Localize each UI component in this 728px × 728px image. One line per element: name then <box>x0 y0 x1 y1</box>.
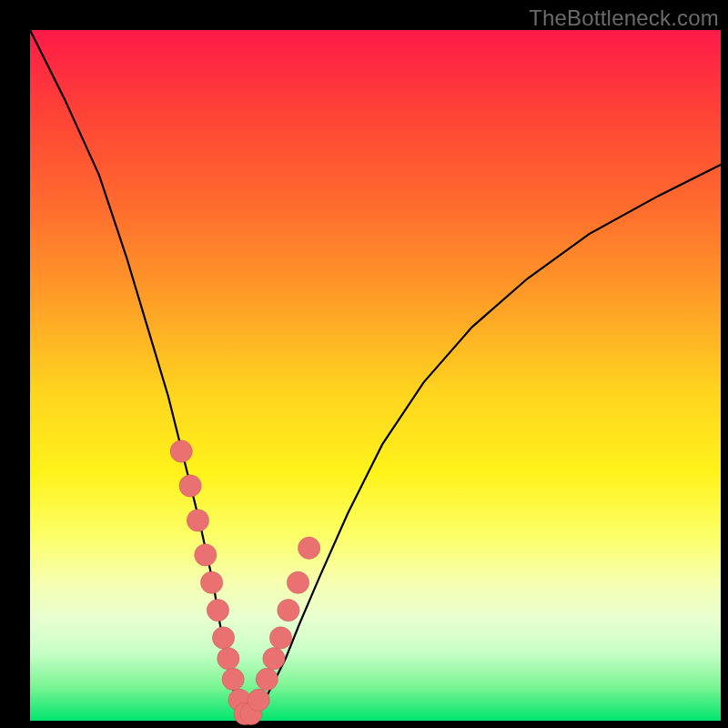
watermark-text: TheBottleneck.com <box>529 5 719 31</box>
sample-dot <box>179 475 201 497</box>
sample-dot <box>256 668 278 690</box>
sample-dot <box>269 627 291 649</box>
sample-dot <box>200 571 222 593</box>
sample-dot <box>195 544 217 566</box>
sample-dot <box>207 599 228 621</box>
sample-dot <box>187 510 208 531</box>
sample-dots-group <box>170 440 320 725</box>
sample-dot <box>222 668 244 690</box>
sample-dot <box>287 571 308 593</box>
bottleneck-curve <box>30 30 721 717</box>
sample-dot <box>212 627 234 649</box>
sample-dot <box>298 537 320 559</box>
sample-dot <box>263 648 285 670</box>
chart-frame: TheBottleneck.com <box>0 0 728 728</box>
sample-dot <box>248 689 269 711</box>
sample-dot <box>170 440 192 462</box>
sample-dot <box>278 599 299 621</box>
sample-dot <box>217 648 239 670</box>
chart-overlay <box>30 30 721 721</box>
